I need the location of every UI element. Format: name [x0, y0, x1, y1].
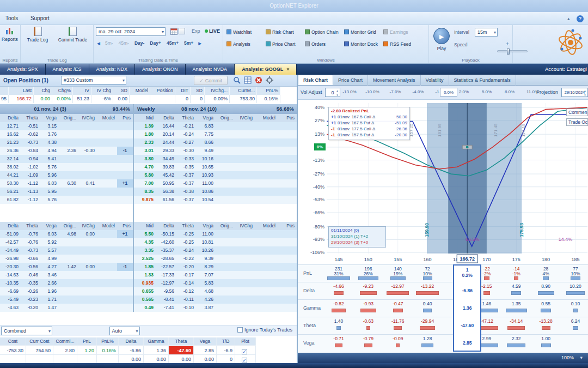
date-step-button[interactable] [179, 28, 185, 34]
step-button-day[interactable]: Day- [132, 39, 147, 47]
speed-increase-icon[interactable]: + [506, 41, 509, 47]
step-button-5m[interactable]: 5m+ [181, 39, 196, 47]
chain-row[interactable]: 0.565-8.41-0.114.26 [134, 295, 297, 304]
chain-row[interactable]: -26.98-0.664.99 [0, 255, 133, 263]
chain-row[interactable]: 61.82-1.125.76 [0, 196, 133, 204]
chain-row[interactable]: 3.8034.49-0.3310.16 [134, 155, 297, 163]
expiration-header-08nov[interactable]: Weekly 08 nov. 24 (10) 56.68% [134, 104, 297, 114]
chain-row[interactable]: 16.62-0.623.76 [0, 130, 133, 138]
ignore-trades-checkbox[interactable] [237, 327, 243, 333]
window-toggle-watchlist[interactable]: Watchlist [225, 28, 265, 36]
collapse-ribbon-icon[interactable]: ▴ [567, 16, 570, 21]
step-forward-icon[interactable]: ► [197, 40, 203, 46]
live-indicator[interactable]: LIVE [205, 28, 220, 34]
comment-panel-cut[interactable]: Commen [566, 108, 588, 116]
window-toggle-analysis[interactable]: Analysis [225, 40, 265, 48]
chain-row[interactable]: 2.3324.44-0.278.66 [134, 138, 297, 147]
chain-row[interactable]: 3.35-35.37-0.2410.26 [134, 246, 297, 255]
chain-row[interactable]: 7.0050.95-0.3711.00 [134, 179, 297, 188]
chain-row[interactable]: 50.30-1.126.036.300.41+1 [0, 179, 133, 188]
speed-slider-thumb[interactable] [507, 49, 510, 55]
expiration-header-01nov[interactable]: 01 nov. 24 (3) 93.44% [0, 104, 133, 114]
plot-checkbox[interactable]: ✓ [242, 358, 247, 363]
step-button-45m[interactable]: 45m- [116, 39, 132, 47]
zoom-level[interactable]: 100% [561, 355, 574, 360]
plot-checkbox[interactable]: ✓ [242, 349, 247, 354]
chain-row[interactable]: -42.57-0.765.92 [0, 238, 133, 246]
analysis-tab-risk-chart[interactable]: Risk Chart [298, 75, 333, 85]
window-toggle-orders[interactable]: Orders [304, 40, 343, 48]
search-icon[interactable] [233, 76, 242, 85]
chain-row[interactable]: 5.50-50.15-0.2511.00 [134, 230, 297, 238]
trade-log-button[interactable]: Trade Log [21, 25, 54, 43]
projection-date-input[interactable]: 29/10/2024▴▾ [561, 88, 588, 97]
analysis-tab-volatility[interactable]: Volatility [421, 75, 449, 86]
trade-panel-cut[interactable]: Trade Oc [566, 118, 588, 126]
close-position-icon[interactable] [255, 76, 264, 85]
chain-row[interactable]: 12.71-0.513.15 [0, 122, 133, 130]
chain-row[interactable]: 3.0129.33-0.309.49 [134, 147, 297, 155]
gear-icon[interactable] [266, 76, 274, 85]
analysis-tab-statistics-fundamentals[interactable]: Statistics & Fundamentals [449, 75, 516, 86]
tab-analysis-es[interactable]: Analysis: /ES [46, 64, 89, 75]
reports-button[interactable]: Reports [0, 25, 20, 42]
chain-row[interactable]: 32.14-0.945.41 [0, 155, 133, 163]
chain-row[interactable]: 0.49-7.41-0.103.87 [134, 304, 297, 312]
menu-item-support[interactable]: Support [25, 12, 55, 25]
structure-select[interactable]: Combined [1, 327, 52, 335]
close-tab-icon[interactable]: × [286, 67, 289, 72]
tab-analysis-googl-active[interactable]: Analysis: GOOGL× [235, 64, 297, 75]
chevron-down-icon[interactable]: ▾ [580, 353, 583, 363]
chain-row[interactable]: 1.8020.14-0.247.75 [134, 130, 297, 138]
chain-row[interactable]: -10.35-0.352.66 [0, 279, 133, 287]
help-icon[interactable]: ? [577, 15, 584, 22]
chain-row[interactable]: -20.30-0.564.271.420.00-1 [0, 263, 133, 271]
window-toggle-risk-chart[interactable]: Risk Chart [265, 28, 304, 36]
analysis-tab-movement-analysis[interactable]: Movement Analysis [368, 75, 421, 86]
window-toggle-earnings[interactable]: Earnings [382, 28, 421, 36]
analysis-tab-price-chart[interactable]: Price Chart [333, 75, 368, 86]
chain-row[interactable]: 4.35-42.60-0.2510.81 [134, 238, 297, 246]
speed-slider[interactable] [497, 50, 528, 52]
commit-trade-button[interactable]: Commit Trade [56, 25, 90, 43]
trading-date-input[interactable]: ma. 29 oct. 2024 [96, 27, 166, 36]
menu-item-tools[interactable]: Tools [0, 12, 23, 25]
chain-row[interactable]: 56.21-1.135.95 [0, 188, 133, 196]
step-button-5m[interactable]: 5m- [102, 39, 116, 47]
step-button-45m[interactable]: 45m+ [164, 39, 181, 47]
tab-analysis-ndx[interactable]: Analysis: NDX [89, 64, 136, 75]
chain-row[interactable]: -51.09-0.766.034.980.00+1 [0, 230, 133, 238]
chain-row[interactable]: 44.21-1.095.96 [0, 171, 133, 179]
window-toggle-monitor-dock[interactable]: Monitor Dock [343, 40, 382, 48]
chain-row[interactable]: 1.85-22.57-0.208.29 [134, 263, 297, 271]
step-back-icon[interactable]: ◄ [96, 40, 101, 46]
chain-row[interactable]: 38.02-1.025.76 [0, 163, 133, 171]
window-toggle-option-chain[interactable]: Option Chain [304, 28, 343, 36]
chain-row[interactable]: -34.49-0.735.57 [0, 246, 133, 255]
chain-row[interactable]: 0.655-9.56-0.124.68 [134, 287, 297, 295]
chain-row[interactable]: 26.36-0.844.942.36-0.30-1 [0, 147, 133, 155]
chain-row[interactable]: 1.33-17.33-0.177.07 [134, 271, 297, 279]
chain-row[interactable]: 21.23-0.734.38 [0, 138, 133, 147]
chain-row[interactable]: -5.49-0.231.71 [0, 295, 133, 304]
chain-row[interactable]: 4.7039.83-0.3510.65 [134, 163, 297, 171]
tab-analysis-spx[interactable]: Analysis: SPX [0, 64, 46, 75]
chain-row[interactable]: -14.63-0.463.46 [0, 271, 133, 279]
mode-select[interactable]: Auto [109, 327, 140, 335]
calendar-icon[interactable] [170, 28, 177, 36]
play-button[interactable]: ▶ [433, 28, 450, 44]
chain-row[interactable]: 0.935-12.97-0.145.83 [134, 279, 297, 287]
position-preset-select[interactable]: #333 Custom [61, 76, 126, 85]
chain-row[interactable]: 8.3556.38-0.3810.86 [134, 188, 297, 196]
commit-button[interactable]: ✓Commit [194, 76, 228, 85]
chain-row[interactable]: 9.87561.56-0.3710.54 [134, 196, 297, 204]
title-bar[interactable]: OptionNET Explorer [0, 0, 588, 12]
tab-analysis-onon[interactable]: Analysis: ONON [135, 64, 186, 75]
interval-select[interactable]: 15m [475, 28, 498, 37]
window-toggle-price-chart[interactable]: Price Chart [265, 40, 304, 48]
chain-row[interactable]: 2.525-28.65-0.229.39 [134, 255, 297, 263]
tab-analysis-nvda[interactable]: Analysis: NVDA [186, 64, 235, 75]
chain-row[interactable]: 5.8045.42-0.3710.93 [134, 171, 297, 179]
window-toggle-rss-feed[interactable]: RSS Feed [382, 40, 421, 48]
chain-row[interactable]: 1.3916.44-0.216.83 [134, 122, 297, 130]
